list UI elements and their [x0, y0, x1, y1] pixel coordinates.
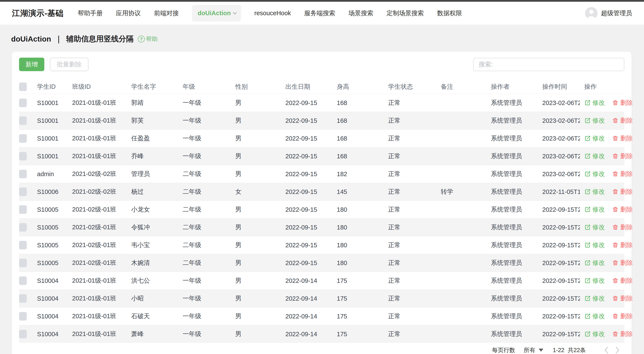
page-size-select[interactable]: 所有: [524, 346, 544, 354]
edit-action[interactable]: 修改: [584, 187, 605, 196]
cell-operator: 系统管理员: [491, 170, 542, 178]
cell-student-id: S10001: [37, 153, 72, 160]
row-checkbox[interactable]: [19, 99, 27, 107]
delete-action[interactable]: 删除: [612, 259, 633, 267]
search-input[interactable]: [473, 58, 624, 71]
nav-item-定制场景搜索[interactable]: 定制场景搜索: [387, 9, 424, 18]
edit-action[interactable]: 修改: [584, 99, 605, 107]
row-checkbox-cell: [19, 99, 37, 107]
delete-action[interactable]: 删除: [612, 134, 633, 143]
row-checkbox[interactable]: [19, 223, 27, 232]
cell-gender: 男: [235, 241, 286, 249]
prev-page-button[interactable]: [601, 346, 612, 354]
delete-action[interactable]: 删除: [612, 223, 633, 232]
nav-item-前端对接[interactable]: 前端对接: [154, 9, 179, 18]
edit-action[interactable]: 修改: [584, 205, 605, 214]
cell-student-id: S10001: [37, 135, 72, 142]
delete-action[interactable]: 删除: [612, 276, 633, 285]
cell-operator: 系统管理员: [491, 134, 542, 143]
row-checkbox[interactable]: [19, 276, 27, 285]
cell-note: 转学: [441, 187, 491, 196]
row-checkbox[interactable]: [19, 152, 27, 161]
cell-op-time: 2023-02-06T22: [542, 117, 580, 124]
delete-action[interactable]: 删除: [612, 294, 633, 303]
page-title: doUiAction ｜ 辅助信息用竖线分隔: [11, 34, 134, 44]
edit-action[interactable]: 修改: [584, 294, 605, 303]
edit-action[interactable]: 修改: [584, 276, 605, 285]
select-all-checkbox[interactable]: [19, 83, 27, 91]
edit-action[interactable]: 修改: [584, 330, 605, 338]
row-checkbox-cell: [19, 205, 37, 214]
row-checkbox[interactable]: [19, 134, 27, 143]
table-row: S10001 2021-01级-01班 乔峰 一年级 男 2022-09-15 …: [19, 147, 624, 165]
cell-op-time: 2022-09-15T23: [542, 313, 580, 320]
cell-student-id: S10001: [37, 99, 72, 107]
edit-action[interactable]: 修改: [584, 259, 605, 267]
nav-item-帮助手册[interactable]: 帮助手册: [78, 9, 102, 18]
delete-action[interactable]: 删除: [612, 152, 633, 161]
edit-action[interactable]: 修改: [584, 134, 605, 143]
cell-birth-date: 2022-09-15: [286, 188, 337, 195]
table-header-row: 学生ID 班级ID 学生名字 年级 性别 出生日期 身高 学生状态 备注 操作者…: [19, 80, 624, 94]
delete-action[interactable]: 删除: [612, 241, 633, 249]
cell-height: 168: [337, 117, 388, 124]
nav-item-服务端搜索[interactable]: 服务端搜索: [304, 9, 335, 18]
table-row: S10004 2021-01级-01班 石破天 一年级 男 2022-09-14…: [19, 307, 624, 325]
cell-op-time: 2022-09-15T23: [542, 331, 580, 338]
delete-action[interactable]: 删除: [612, 312, 633, 320]
cell-operator: 系统管理员: [491, 99, 542, 107]
chevron-right-icon: [615, 346, 620, 354]
cell-actions: 修改 删除: [580, 170, 633, 178]
edit-icon: [584, 135, 591, 142]
help-link[interactable]: ? 帮助: [138, 35, 158, 43]
table-row: S10006 2021-02级-02班 杨过 二年级 女 2022-09-15 …: [19, 183, 624, 201]
batch-delete-button[interactable]: 批量删除: [50, 58, 88, 71]
row-checkbox[interactable]: [19, 259, 27, 267]
cell-class-id: 2021-01级-01班: [72, 294, 131, 303]
cell-class-id: 2021-01级-01班: [72, 330, 131, 338]
row-checkbox[interactable]: [19, 205, 27, 214]
cell-grade: 一年级: [182, 294, 235, 303]
nav-item-数据权限[interactable]: 数据权限: [437, 9, 462, 18]
edit-action[interactable]: 修改: [584, 223, 605, 232]
nav-item-场景搜索[interactable]: 场景搜索: [348, 9, 374, 18]
row-checkbox[interactable]: [19, 187, 27, 196]
table-row: S10001 2021-01级-01班 郭芙 一年级 男 2022-09-15 …: [19, 112, 624, 129]
cell-operator: 系统管理员: [491, 312, 542, 320]
edit-icon: [584, 189, 591, 195]
delete-action[interactable]: 删除: [612, 116, 633, 125]
edit-action[interactable]: 修改: [584, 152, 605, 161]
delete-action[interactable]: 删除: [612, 205, 633, 214]
cell-actions: 修改 删除: [580, 134, 633, 143]
row-checkbox[interactable]: [19, 312, 27, 320]
cell-operator: 系统管理员: [491, 223, 542, 232]
cell-birth-date: 2022-09-15: [286, 99, 337, 107]
delete-action[interactable]: 删除: [612, 330, 633, 338]
cell-actions: 修改 删除: [580, 276, 633, 285]
delete-action[interactable]: 删除: [612, 99, 633, 107]
delete-action[interactable]: 删除: [612, 170, 633, 178]
row-checkbox[interactable]: [19, 330, 27, 338]
row-checkbox[interactable]: [19, 116, 27, 125]
delete-action[interactable]: 删除: [612, 187, 633, 196]
cell-gender: 男: [235, 116, 286, 125]
nav-item-resouceHook[interactable]: resouceHook: [254, 10, 291, 17]
table-toolbar: 新增 批量删除: [19, 58, 624, 71]
nav-user-area[interactable]: 超级管理员: [585, 7, 632, 20]
nav-item-应用协议[interactable]: 应用协议: [116, 9, 141, 18]
add-button[interactable]: 新增: [19, 58, 44, 71]
edit-action[interactable]: 修改: [584, 241, 605, 249]
next-page-button[interactable]: [612, 346, 623, 354]
page-header: doUiAction ｜ 辅助信息用竖线分隔 ? 帮助: [0, 25, 644, 46]
cell-status: 正常: [388, 170, 441, 178]
nav-item-doUiAction[interactable]: doUiAction: [192, 5, 241, 22]
edit-action[interactable]: 修改: [584, 170, 605, 178]
cell-status: 正常: [388, 99, 441, 107]
row-checkbox[interactable]: [19, 170, 27, 178]
edit-action[interactable]: 修改: [584, 312, 605, 320]
row-checkbox[interactable]: [19, 241, 27, 249]
table-row: S10004 2021-01级-01班 萧峰 一年级 男 2022-09-14 …: [19, 325, 624, 343]
row-checkbox[interactable]: [19, 294, 27, 303]
trash-icon: [612, 153, 618, 159]
edit-action[interactable]: 修改: [584, 116, 605, 125]
